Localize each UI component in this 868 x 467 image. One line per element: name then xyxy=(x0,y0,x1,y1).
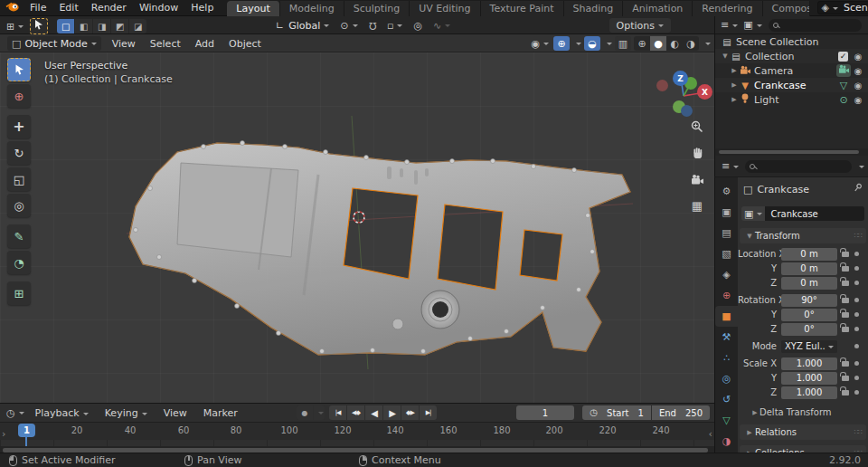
show-gizmo-toggle[interactable]: ⊕ xyxy=(553,36,570,51)
record-button[interactable]: ● xyxy=(297,405,313,420)
disclosure-closed-icon[interactable]: ▶ xyxy=(730,81,739,89)
show-overlays-toggle[interactable]: ◒ xyxy=(584,36,600,51)
playback-menu[interactable]: Playback xyxy=(27,407,97,419)
select-box-tool[interactable] xyxy=(7,58,31,81)
camera-data-icon[interactable] xyxy=(836,64,851,77)
current-frame-field[interactable]: 1 xyxy=(516,405,574,420)
pivot-point-dropdown[interactable]: ⊙ xyxy=(337,18,360,33)
keying-set-dropdown[interactable] xyxy=(314,405,325,420)
select-mode-intersect[interactable]: ◪ xyxy=(129,19,146,33)
zoom-icon[interactable] xyxy=(688,118,706,136)
tab-layout[interactable]: Layout xyxy=(227,1,279,16)
object-id-button[interactable]: ▣ xyxy=(741,206,765,221)
jump-to-end-button[interactable]: ▶| xyxy=(420,405,437,420)
keyframe-dot-icon[interactable] xyxy=(854,361,859,366)
rotation-mode-dropdown[interactable]: XYZ Eul.. xyxy=(781,340,837,353)
tab-animation[interactable]: Animation xyxy=(623,1,693,16)
chevron-down-icon[interactable] xyxy=(576,43,581,48)
move-tool[interactable]: + xyxy=(7,115,31,138)
camera-view-icon[interactable] xyxy=(688,170,706,188)
active-tool-button[interactable] xyxy=(30,18,48,34)
transform-tool[interactable]: ◎ xyxy=(7,194,31,217)
tab-modeling[interactable]: Modeling xyxy=(280,1,344,16)
transform-panel-header[interactable]: ▼ Transform ∷∷ xyxy=(740,228,866,243)
tab-view-layer[interactable]: ▧ xyxy=(715,243,738,264)
playhead[interactable]: 1 xyxy=(18,424,35,437)
editor-type-button[interactable]: ⊞ xyxy=(4,19,26,33)
timeline-ruler[interactable]: › 20 40 60 80 100 120 140 160 180 200 22… xyxy=(0,423,714,440)
outliner-row-crankcase[interactable]: ▶ ▼ Crankcase ▽ ◉ xyxy=(715,78,868,92)
shading-wireframe-button[interactable]: ⊕ xyxy=(634,36,650,51)
collection-checkbox[interactable]: ✓ xyxy=(838,52,848,62)
outliner-scrollbar[interactable] xyxy=(714,148,868,156)
interaction-mode-dropdown[interactable]: □ Object Mode xyxy=(7,36,101,51)
outliner-display-mode-button[interactable]: ≡ xyxy=(718,18,741,33)
eye-icon[interactable]: ◉ xyxy=(853,81,863,91)
jump-to-start-button[interactable]: |◀ xyxy=(329,405,346,420)
tab-output[interactable]: ▤ xyxy=(715,223,738,243)
keyframe-dot-icon[interactable] xyxy=(854,266,859,271)
disclosure-closed-icon[interactable]: ▶ xyxy=(730,67,739,74)
add-cube-tool[interactable]: ⊞ xyxy=(7,281,31,305)
outliner-row-collection[interactable]: ▼ ▤ Collection ✓ ◉ xyxy=(715,49,868,63)
location-y-field[interactable]: 0 m xyxy=(781,262,837,275)
rotation-z-field[interactable]: 0° xyxy=(781,323,837,336)
keyframe-dot-icon[interactable] xyxy=(854,281,859,285)
keyframe-dot-icon[interactable] xyxy=(854,390,859,395)
object-type-visibility-dropdown[interactable]: ◉ xyxy=(529,36,551,51)
chevron-down-icon[interactable] xyxy=(859,166,864,171)
measure-tool[interactable]: ◔ xyxy=(7,251,31,274)
select-mode-set[interactable]: □ xyxy=(57,19,74,33)
tab-physics[interactable]: ◎ xyxy=(715,368,738,389)
annotate-tool[interactable]: ✎ xyxy=(7,224,31,248)
collapse-icon[interactable]: ‹ xyxy=(709,428,712,440)
outliner-filter-button[interactable]: ▣ xyxy=(741,18,764,33)
transform-orientation-dropdown[interactable]: ∟ Global xyxy=(273,18,332,33)
expand-icon[interactable]: › xyxy=(2,428,5,440)
axis-x-positive[interactable]: X xyxy=(697,84,712,100)
next-keyframe-button[interactable]: ◆▶ xyxy=(401,405,419,420)
start-frame-field[interactable]: ◷ Start 1 xyxy=(582,405,651,420)
rotation-y-field[interactable]: 0° xyxy=(781,309,837,321)
scene-selector[interactable]: ◈ Scene × xyxy=(817,1,868,14)
xray-toggle[interactable]: ▥ xyxy=(615,36,631,51)
menu-render[interactable]: Render xyxy=(85,2,133,14)
mesh-data-icon[interactable]: ▽ xyxy=(836,80,851,91)
outliner-row-camera[interactable]: ▶ Camera ◉ xyxy=(715,63,868,78)
tab-constraints[interactable]: ↺ xyxy=(715,389,738,410)
rotate-tool[interactable]: ↻ xyxy=(7,141,31,165)
keying-menu[interactable]: Keying xyxy=(97,407,156,419)
eye-icon[interactable]: ◉ xyxy=(853,95,863,105)
prev-keyframe-button[interactable]: ◀◆ xyxy=(347,405,364,420)
end-frame-field[interactable]: End 250 xyxy=(652,405,710,420)
shading-rendered-button[interactable]: ◑ xyxy=(683,36,699,51)
tab-sculpting[interactable]: Sculpting xyxy=(344,1,410,16)
view-menu-timeline[interactable]: View xyxy=(156,407,195,419)
rotation-x-field[interactable]: 90° xyxy=(781,294,837,307)
delta-transform-header[interactable]: ▶ Delta Transform xyxy=(738,405,868,419)
relations-panel-header[interactable]: ▶ Relations ∷∷ xyxy=(740,424,866,440)
tab-data[interactable]: ▽ xyxy=(715,410,738,431)
3d-viewport[interactable]: User Perspective (1) Collection | Crankc… xyxy=(0,52,714,403)
cursor-tool[interactable]: ⊕ xyxy=(7,84,31,108)
chevron-down-icon[interactable] xyxy=(705,43,711,48)
scale-x-field[interactable]: 1.000 xyxy=(781,357,837,370)
blender-logo-icon[interactable] xyxy=(5,1,20,14)
lock-icon[interactable] xyxy=(842,266,849,272)
location-x-field[interactable]: 0 m xyxy=(781,248,837,261)
timeline-editor-type-button[interactable]: ◷ xyxy=(4,405,27,420)
properties-search[interactable] xyxy=(745,160,852,173)
pin-icon[interactable] xyxy=(854,183,863,195)
outliner-search[interactable] xyxy=(769,19,862,32)
snap-target-dropdown[interactable]: ▫ xyxy=(384,18,405,33)
shading-solid-button[interactable]: ● xyxy=(650,36,666,51)
snap-toggle[interactable]: Ω xyxy=(366,18,379,33)
panel-grip-icon[interactable]: ∷∷ xyxy=(854,428,862,436)
proportional-falloff-dropdown[interactable]: ∿ xyxy=(430,18,453,33)
tab-texture-paint[interactable]: Texture Paint xyxy=(481,1,564,16)
outliner-row-light[interactable]: ▶ Light ⊙ ◉ xyxy=(715,92,868,107)
keyframe-dot-icon[interactable] xyxy=(854,312,859,317)
lock-icon[interactable] xyxy=(842,281,849,286)
lock-icon[interactable] xyxy=(842,252,849,257)
shading-material-button[interactable]: ◐ xyxy=(666,36,683,51)
